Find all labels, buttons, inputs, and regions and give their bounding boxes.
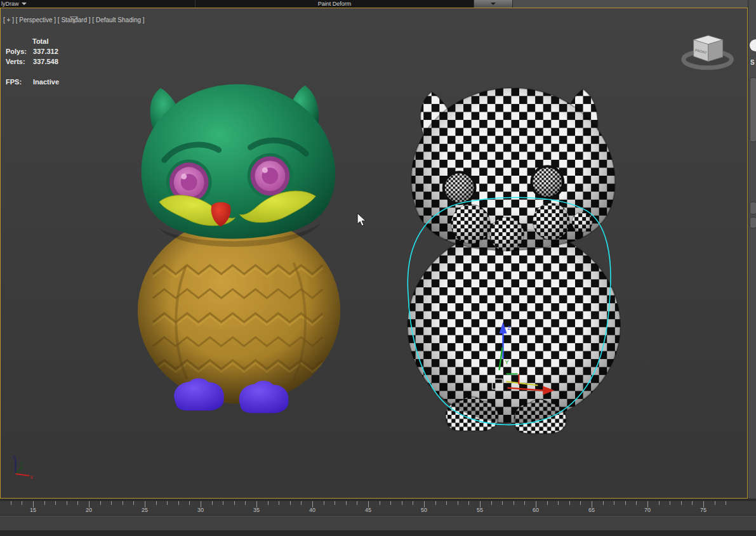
gizmo-z-label: Z xyxy=(507,325,511,331)
stats-verts-label: Verts: xyxy=(6,56,31,67)
timeline-tick xyxy=(514,501,514,505)
timeline-tick xyxy=(468,501,469,505)
timeline-tick xyxy=(67,501,67,505)
polydraw-tab[interactable]: lyDraw xyxy=(0,0,196,8)
timeline-tick xyxy=(413,501,413,505)
perspective-viewport[interactable]: Z Y FRONT z y x xyxy=(0,8,748,499)
timeline-tick xyxy=(380,501,380,505)
timeline-tick xyxy=(547,501,548,505)
timeline-tick xyxy=(491,501,492,505)
stats-fps-value: Inactive xyxy=(33,78,59,86)
owl-model-colored[interactable] xyxy=(138,84,340,414)
timeline-tick xyxy=(268,501,269,505)
axis-x-label: x xyxy=(30,474,33,480)
panel-s-label: S xyxy=(750,59,755,66)
timeline-tick xyxy=(223,501,223,505)
timeline-tick xyxy=(625,501,626,505)
stats-polys-row: Polys: 337.312 xyxy=(6,46,59,56)
timeline-tick xyxy=(614,501,614,505)
timeline-tick xyxy=(681,501,682,505)
timeline-frame-number: 40 xyxy=(309,507,315,513)
timeline-frame-number: 35 xyxy=(253,507,260,513)
timeline-frame-number: 55 xyxy=(477,507,483,513)
viewport-scene: Z Y FRONT z y x xyxy=(1,8,747,498)
axis-z-label: z xyxy=(12,454,15,460)
stats-verts-value: 337.548 xyxy=(33,58,58,65)
owl-body-shading xyxy=(408,228,620,424)
timeline-tick xyxy=(111,501,112,505)
panel-button[interactable] xyxy=(750,217,756,228)
timeline-frame-number: 15 xyxy=(30,507,36,513)
timeline-frame-number: 50 xyxy=(421,507,427,513)
panel-button[interactable] xyxy=(750,77,756,142)
gizmo-y-label: Y xyxy=(505,359,508,365)
timeline-tick xyxy=(580,501,581,505)
timeline-frame-number: 30 xyxy=(197,507,204,513)
timeline-tick xyxy=(11,501,11,505)
timeline-tick xyxy=(279,501,279,505)
timeline-tick xyxy=(77,501,78,505)
stats-fps-row: FPS: Inactive xyxy=(6,77,59,87)
owl-eye-right xyxy=(531,166,563,198)
timeline-tick xyxy=(402,501,402,505)
viewport-label[interactable]: [ + ] [ Perspective ] [ Standard ] [ Def… xyxy=(3,16,145,23)
timeline-tick xyxy=(44,501,45,505)
timeline-tick xyxy=(290,501,291,505)
paint-deform-tab[interactable]: Paint Deform xyxy=(196,0,474,8)
track-bar[interactable] xyxy=(0,516,756,531)
timeline-tick xyxy=(100,501,101,505)
stats-total-label: Total xyxy=(32,36,59,46)
chevron-down-icon xyxy=(22,3,27,5)
timeline-tick xyxy=(390,501,391,505)
timeline-tick xyxy=(524,501,525,505)
mouse-cursor xyxy=(357,213,366,226)
timeline-frame-number: 45 xyxy=(365,507,371,513)
stats-polys-label: Polys: xyxy=(6,46,31,56)
timeline-frame-number: 75 xyxy=(700,507,706,513)
timeline-frame-number: 65 xyxy=(588,507,595,513)
ribbon-dropdown-button[interactable] xyxy=(474,0,513,8)
timeline-tick xyxy=(659,501,660,505)
owl-eye-left xyxy=(444,172,475,204)
timeline-frame-number: 60 xyxy=(533,507,539,513)
timeline-tick xyxy=(22,501,22,505)
app-root: { "ribbon": { "polydraw_label": "lyDraw"… xyxy=(0,0,756,536)
stats-fps-label: FPS: xyxy=(6,77,31,87)
timeline-tick xyxy=(446,501,447,505)
timeline-tick xyxy=(167,501,168,505)
chevron-down-icon xyxy=(491,3,496,5)
stats-polys-value: 337.312 xyxy=(33,48,58,55)
timeline-frame-number: 70 xyxy=(644,507,651,513)
stats-verts-row: Verts: 337.548 xyxy=(6,56,59,67)
timeline-tick xyxy=(324,501,324,505)
timeline-tick xyxy=(603,501,604,505)
polydraw-label: lyDraw xyxy=(1,1,19,7)
timeline-tick xyxy=(692,501,693,505)
timeline-tick xyxy=(55,501,56,505)
viewport-statistics: Total Polys: 337.312 Verts: 337.548 FPS:… xyxy=(6,36,59,87)
timeline-tick xyxy=(178,501,179,505)
timeline-ruler[interactable]: 15202530354045505560657075 xyxy=(0,501,756,516)
ribbon-spacer xyxy=(513,0,756,8)
timeline-tick xyxy=(245,501,246,505)
timeline-tick xyxy=(502,501,503,505)
filter-icon[interactable] xyxy=(3,16,145,23)
timeline-tick xyxy=(569,501,570,505)
timeline-tick xyxy=(726,501,726,505)
timeline-tick xyxy=(156,501,157,505)
timeline-tick xyxy=(301,501,302,505)
viewcube[interactable]: FRONT xyxy=(684,36,732,68)
timeline-frame-number: 25 xyxy=(142,507,148,513)
timeline-tick xyxy=(123,501,123,505)
status-strip xyxy=(0,530,756,536)
timeline-tick xyxy=(670,501,670,505)
timeline-tick xyxy=(189,501,190,505)
owl-model-checkered[interactable]: Z Y xyxy=(408,88,620,434)
timeline-tick xyxy=(715,501,715,505)
timeline-tick xyxy=(458,501,458,505)
timeline-tick xyxy=(346,501,347,505)
timeline-tick xyxy=(636,501,637,505)
timeline-tick xyxy=(435,501,436,505)
world-axis-tripod: z y x xyxy=(12,454,33,480)
panel-button[interactable] xyxy=(750,202,756,214)
